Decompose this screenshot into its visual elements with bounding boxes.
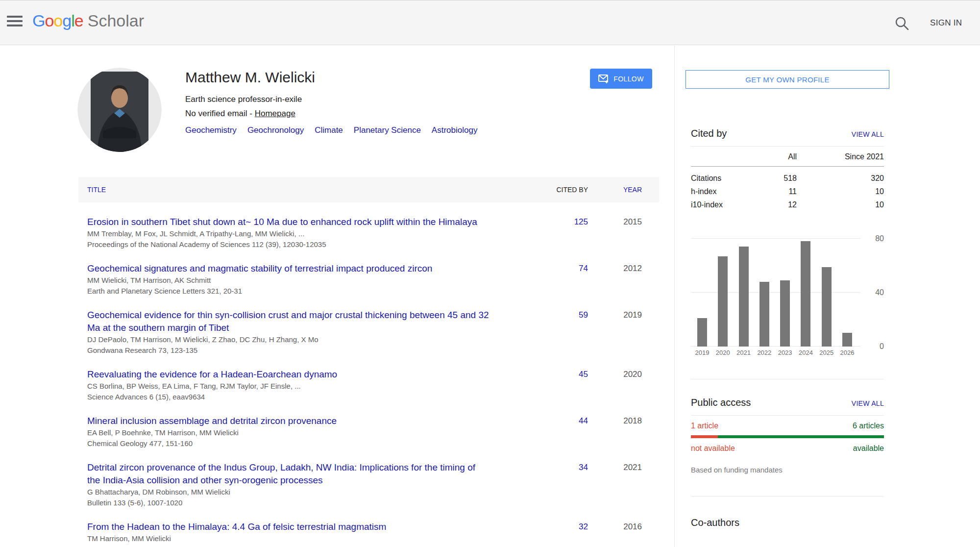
- publication-row: Detrital zircon provenance of the Indus …: [78, 461, 659, 508]
- publication-row: Geochemical evidence for thin syn-collis…: [78, 309, 659, 356]
- publication-venue: Earth and Planetary Science Letters 321,…: [87, 286, 489, 297]
- citation-year-bar[interactable]: [697, 318, 707, 347]
- publication-year: 2016: [588, 521, 642, 544]
- cited-by-view-all-link[interactable]: VIEW ALL: [852, 130, 884, 138]
- citation-year-bar[interactable]: [718, 256, 728, 347]
- citation-stat-row: Citations 518 320: [691, 172, 884, 185]
- publication-cited-count-link[interactable]: 34: [579, 463, 588, 472]
- chart-y-tick-label: 80: [863, 234, 884, 243]
- stat-value-all: 518: [748, 172, 797, 185]
- publication-row: From the Hadean to the Himalaya: 4.4 Ga …: [78, 521, 659, 544]
- publication-authors: DJ DePaolo, TM Harrison, M Wielicki, Z Z…: [87, 334, 489, 345]
- publication-title-link[interactable]: Detrital zircon provenance of the Indus …: [87, 461, 489, 487]
- stat-label: Citations: [691, 172, 748, 185]
- citations-per-year-chart: 2019 2020 2021: [691, 239, 884, 356]
- publication-cited-count-link[interactable]: 74: [579, 264, 588, 273]
- publication-authors: MM Wielicki, TM Harrison, AK Schmitt: [87, 275, 489, 286]
- interest-link[interactable]: Astrobiology: [432, 125, 478, 135]
- available-label: available: [853, 444, 884, 453]
- available-count: 6 articles: [853, 422, 884, 430]
- publications-list: Erosion in southern Tibet shut down at~ …: [78, 216, 659, 544]
- top-navigation-bar: GoogleScholar SIGN IN: [0, 0, 980, 45]
- stat-value-since: 10: [797, 198, 884, 211]
- sort-by-title-link[interactable]: TITLE: [87, 186, 106, 194]
- chart-y-tick-label: 0: [863, 342, 884, 351]
- publication-venue: Gondwana Research 73, 123-135: [87, 345, 489, 356]
- publication-title-link[interactable]: Erosion in southern Tibet shut down at~ …: [87, 216, 489, 228]
- divider: [691, 146, 884, 147]
- sort-by-year-link[interactable]: YEAR: [623, 186, 642, 194]
- stat-value-since: 320: [797, 172, 884, 185]
- publication-authors: EA Bell, P Boehnke, TM Harrison, MM Wiel…: [87, 427, 489, 438]
- chart-x-tick-label: 2021: [734, 349, 754, 356]
- publication-year: 2019: [588, 309, 642, 356]
- publication-title-link[interactable]: Reevaluating the evidence for a Hadean-E…: [87, 368, 489, 381]
- publication-title-link[interactable]: Geochemical evidence for thin syn-collis…: [87, 309, 489, 334]
- citation-year-bar[interactable]: [739, 247, 749, 347]
- chart-plot-area: 2019 2020 2021: [691, 239, 860, 347]
- publication-cited-count-link[interactable]: 32: [579, 522, 588, 531]
- unavailable-count: 1 article: [691, 422, 718, 430]
- coauthors-section: Co-authors: [691, 496, 884, 528]
- coauthors-heading: Co-authors: [691, 517, 884, 528]
- unavailable-label: not available: [691, 444, 735, 453]
- publication-cited-count-link[interactable]: 59: [579, 310, 588, 320]
- public-access-labels: not available available: [691, 444, 884, 453]
- search-icon[interactable]: [894, 15, 910, 32]
- interest-link[interactable]: Planetary Science: [354, 125, 421, 135]
- chart-x-tick-label: 2026: [837, 349, 858, 356]
- chart-x-tick-label: 2025: [816, 349, 837, 356]
- chart-x-tick-label: 2020: [712, 349, 733, 356]
- publication-authors: MM Tremblay, M Fox, JL Schmidt, A Tripat…: [87, 228, 489, 239]
- citation-year-bar[interactable]: [822, 267, 832, 347]
- interest-link[interactable]: Geochronology: [247, 125, 304, 135]
- stat-value-all: 12: [748, 198, 797, 211]
- profile-affiliation: Earth science professor-in-exile: [185, 95, 302, 104]
- profile-email-line: No verified email - Homepage: [185, 109, 295, 119]
- public-access-bar: [691, 435, 884, 438]
- menu-icon[interactable]: [7, 16, 23, 28]
- citation-year-bar[interactable]: [801, 241, 810, 347]
- chart-x-tick-label: 2024: [795, 349, 816, 356]
- publication-year: 2012: [588, 262, 642, 297]
- interest-link[interactable]: Climate: [315, 125, 343, 135]
- publication-venue: Proceedings of the National Academy of S…: [87, 239, 489, 250]
- chart-x-tick-label: 2019: [692, 349, 712, 356]
- publication-venue: Science Advances 6 (15), eaav9634: [87, 392, 489, 402]
- citation-year-bar[interactable]: [842, 333, 852, 347]
- follow-envelope-icon: [598, 75, 609, 83]
- public-access-view-all-link[interactable]: VIEW ALL: [852, 399, 884, 407]
- publication-authors: TM Harrison, MM Wielicki: [87, 533, 489, 544]
- publication-row: Reevaluating the evidence for a Hadean-E…: [78, 368, 659, 402]
- publication-title-link[interactable]: Geochemical signatures and magmatic stab…: [87, 262, 489, 275]
- citation-year-bar[interactable]: [760, 282, 769, 347]
- homepage-link[interactable]: Homepage: [255, 109, 295, 118]
- col-all-label: All: [748, 152, 797, 161]
- publication-title-link[interactable]: From the Hadean to the Himalaya: 4.4 Ga …: [87, 521, 489, 533]
- citation-stats: Citations 518 320 h-index 11 10 i10-inde…: [691, 172, 884, 211]
- col-since-label: Since 2021: [797, 152, 884, 161]
- publication-cited-count-link[interactable]: 45: [579, 370, 588, 379]
- funding-mandates-note: Based on funding mandates: [691, 466, 884, 474]
- chart-bars: 2019 2020 2021: [692, 239, 858, 347]
- publication-authors: CS Borlina, BP Weiss, EA Lima, F Tang, R…: [87, 381, 489, 392]
- cited-by-column-headers: All Since 2021: [691, 152, 884, 161]
- sign-in-button[interactable]: SIGN IN: [930, 18, 962, 28]
- right-sidebar: GET MY OWN PROFILE Cited by VIEW ALL All…: [686, 70, 889, 528]
- citation-year-bar[interactable]: [780, 280, 790, 347]
- content-sidebar-divider: [674, 46, 675, 547]
- cited-by-heading: Cited by: [691, 128, 727, 139]
- publication-venue: Chemical Geology 477, 151-160: [87, 438, 489, 449]
- follow-button[interactable]: FOLLOW: [590, 69, 652, 89]
- publication-cited-count-link[interactable]: 44: [579, 416, 588, 425]
- google-scholar-logo[interactable]: GoogleScholar: [32, 11, 144, 30]
- publication-cited-count-link[interactable]: 125: [574, 217, 588, 226]
- interest-link[interactable]: Geochemistry: [185, 125, 237, 135]
- publication-title-link[interactable]: Mineral inclusion assemblage and detrita…: [87, 415, 489, 427]
- publications-table: TITLE CITED BY YEAR Erosion in southern …: [78, 177, 659, 544]
- publication-authors: G Bhattacharya, DM Robinson, MM Wielicki: [87, 487, 489, 497]
- scholar-wordmark: Scholar: [88, 11, 144, 30]
- publications-table-header: TITLE CITED BY YEAR: [78, 177, 659, 202]
- get-my-own-profile-button[interactable]: GET MY OWN PROFILE: [686, 70, 889, 89]
- public-access-bar-available: [718, 435, 884, 438]
